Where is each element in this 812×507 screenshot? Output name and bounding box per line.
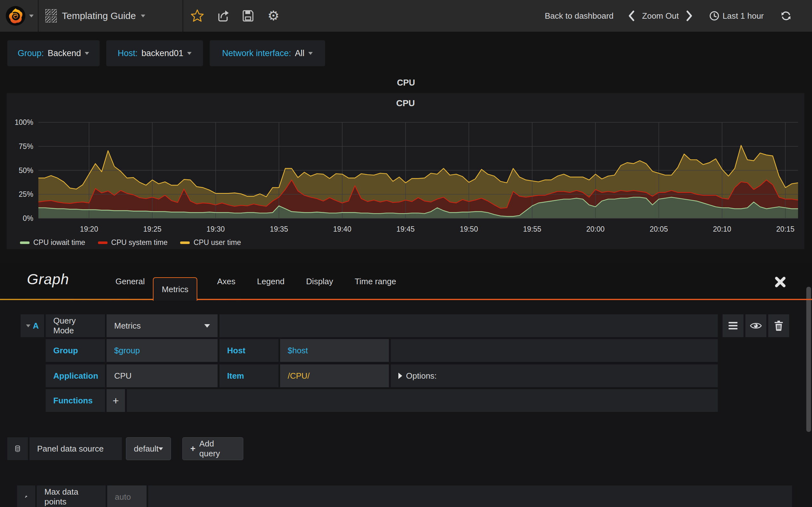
svg-text:19:55: 19:55 [523, 225, 542, 233]
panel-type-title: Graph [27, 271, 69, 288]
add-query-button[interactable]: + Add query [183, 437, 243, 460]
variable-host-value: backend01 [142, 49, 183, 58]
add-function-button[interactable]: + [107, 389, 125, 412]
time-picker[interactable]: Last 1 hour [709, 11, 764, 21]
query-mode-value: Metrics [114, 321, 141, 331]
trash-icon [774, 321, 783, 331]
dashboard-title-menu[interactable]: Templating Guide [45, 0, 145, 32]
datasource-label: Panel data source [30, 437, 122, 460]
datasource-value: default [134, 444, 159, 454]
tab-display[interactable]: Display [295, 277, 344, 286]
svg-text:19:30: 19:30 [206, 225, 225, 233]
query-collapse-caret [26, 325, 31, 327]
legend-label-iowait: CPU iowait time [33, 238, 85, 247]
legend-item-iowait[interactable]: CPU iowait time [20, 238, 85, 247]
share-button[interactable] [210, 0, 235, 32]
menu-icon [728, 322, 738, 330]
svg-text:19:20: 19:20 [80, 225, 98, 233]
item-field-value: /CPU/ [288, 371, 310, 381]
close-editor-button[interactable] [774, 276, 786, 288]
variable-group-value: Backend [48, 49, 81, 58]
max-data-points-filler [148, 486, 792, 507]
group-field-input[interactable]: $group [107, 339, 217, 362]
navbar-right: Back to dashboard Zoom Out Last 1 hour [545, 0, 792, 32]
query-toggle-visibility-button[interactable] [745, 314, 766, 337]
item-field-label: Item [219, 364, 278, 387]
options-label: Options: [406, 371, 437, 381]
database-icon [15, 442, 20, 455]
host-field-input[interactable]: $host [280, 339, 389, 362]
title-dropdown-caret [141, 14, 145, 17]
query-mode-caret [204, 324, 210, 328]
application-field-label: Application [46, 364, 105, 387]
grafana-logo-menu[interactable] [5, 5, 34, 26]
query-ref-collapse[interactable]: A [20, 314, 44, 337]
panel-title[interactable]: CPU [0, 78, 812, 88]
svg-text:20:10: 20:10 [713, 225, 731, 233]
max-data-points-input[interactable]: auto [107, 486, 147, 507]
query-row-4-filler [127, 389, 718, 412]
advanced-options-cell [17, 486, 35, 507]
item-field-input[interactable]: /CPU/ [280, 364, 389, 387]
svg-text:75%: 75% [19, 142, 33, 151]
query-menu-button[interactable] [722, 314, 744, 337]
datasource-select[interactable]: default [126, 437, 171, 460]
variable-netif-caret [308, 52, 313, 55]
variable-host[interactable]: Host: backend01 [106, 40, 203, 66]
save-button[interactable] [235, 0, 261, 32]
chart-legend: CPU iowait time CPU system time CPU user… [20, 238, 241, 247]
svg-text:20:00: 20:00 [587, 225, 605, 233]
share-icon [216, 9, 230, 23]
variable-netif-value: All [295, 49, 305, 58]
tab-time-range[interactable]: Time range [344, 277, 407, 286]
application-field-input[interactable]: CPU [107, 364, 217, 387]
refresh-icon[interactable] [780, 10, 792, 21]
query-row-a-filler [219, 314, 718, 337]
query-mode-select[interactable]: Metrics [107, 314, 217, 337]
wrench-icon [25, 492, 28, 502]
eye-icon [750, 322, 762, 330]
group-field-label: Group [46, 339, 105, 362]
star-button[interactable] [185, 0, 210, 32]
clock-icon [709, 11, 719, 21]
application-field-value: CPU [114, 371, 132, 381]
max-data-points-label: Max data points [37, 486, 106, 507]
navbar-divider [38, 0, 39, 32]
datasource-caret [159, 447, 163, 450]
tab-general[interactable]: General [105, 277, 156, 286]
svg-text:0%: 0% [23, 214, 33, 222]
variable-host-label: Host: [118, 49, 138, 58]
zoom-out-link[interactable]: Zoom Out [642, 11, 679, 21]
grafana-app: Templating Guide [0, 0, 812, 507]
chevron-right-icon[interactable] [686, 10, 693, 21]
settings-button[interactable]: ⚙ [261, 0, 286, 32]
functions-label: Functions [46, 389, 105, 412]
cpu-stacked-area-chart[interactable]: 0%25%50%75%100%19:2019:2519:3019:3519:40… [7, 118, 804, 236]
svg-text:100%: 100% [14, 118, 33, 126]
group-field-value: $group [114, 346, 140, 355]
variable-group-caret [85, 52, 89, 55]
dashboard-title: Templating Guide [62, 10, 136, 21]
chevron-left-icon[interactable] [628, 10, 635, 21]
tab-axes[interactable]: Axes [206, 277, 247, 286]
variable-group-label: Group: [18, 49, 44, 58]
tab-metrics[interactable]: Metrics [153, 277, 197, 301]
tab-legend[interactable]: Legend [246, 277, 295, 286]
legend-item-user[interactable]: CPU user time [180, 238, 241, 247]
svg-text:19:40: 19:40 [333, 225, 351, 233]
back-to-dashboard-link[interactable]: Back to dashboard [545, 11, 614, 21]
scrollbar-thumb[interactable] [806, 287, 811, 432]
dashboard-grid-icon [45, 9, 57, 22]
grafana-logo-icon [5, 5, 26, 26]
star-icon [190, 9, 204, 23]
svg-text:25%: 25% [19, 190, 33, 199]
variable-group[interactable]: Group: Backend [7, 40, 100, 66]
variable-network-interface[interactable]: Network interface: All [210, 40, 325, 66]
options-toggle[interactable]: Options: [391, 364, 718, 387]
svg-text:19:25: 19:25 [143, 225, 161, 233]
query-delete-button[interactable] [768, 314, 789, 337]
query-ref-letter: A [33, 321, 39, 331]
tabbar-underline [0, 299, 812, 300]
navbar-actions: ⚙ [185, 0, 286, 32]
legend-item-system[interactable]: CPU system time [98, 238, 168, 247]
